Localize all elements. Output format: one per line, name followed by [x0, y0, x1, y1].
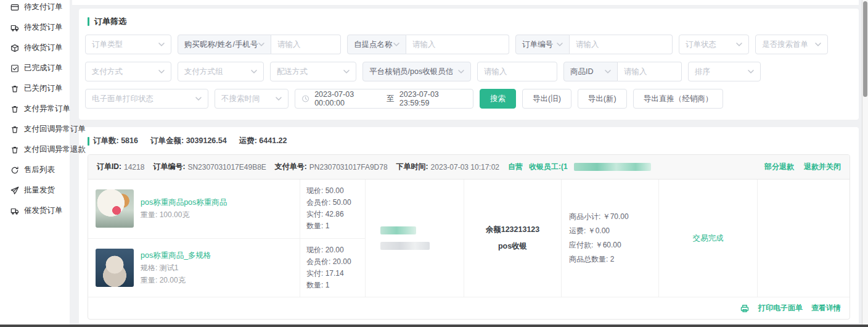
product-id-input[interactable] — [618, 62, 682, 81]
order-status-select[interactable]: 订单状态 — [679, 35, 749, 54]
first-order-select[interactable]: 是否搜索首单 — [755, 35, 828, 54]
order-no-label: 订单编号 — [522, 39, 553, 50]
time-mode-select[interactable]: 不搜索时间 — [215, 89, 289, 109]
sidebar-item-pending-payment[interactable]: 待支付订单 — [0, 0, 70, 17]
order-type-select[interactable]: 订单类型 — [85, 35, 171, 54]
pay-method-label: 支付方式 — [92, 67, 123, 77]
verifier-select[interactable]: 平台核销员/pos收银员信 — [362, 62, 471, 81]
box-icon — [10, 44, 19, 52]
stat-order-count-label: 订单数: — [93, 136, 119, 145]
sort-label: 排序 — [695, 67, 710, 77]
sidebar-item-aftersale[interactable]: 售后列表 — [0, 160, 70, 180]
customer-name-redacted — [380, 226, 416, 234]
sidebar-item-callback-exception-order[interactable]: 支付回调异常订单 — [0, 119, 70, 139]
customer-cell — [366, 180, 464, 297]
product-info: pos称重商品pos称重商品 重量: 100.00克 — [141, 196, 227, 221]
eprint-status-select[interactable]: 电子面单打印状态 — [85, 89, 208, 109]
order-status-label: 订单状态 — [686, 39, 716, 50]
clock-icon — [301, 94, 309, 103]
pickup-search-input[interactable] — [406, 35, 509, 54]
stat-order-amount: 订单金额: 3039126.54 — [150, 136, 227, 146]
order-header: 订单ID: 14218 订单编号: SN2307031017E49B8E 支付单… — [88, 155, 850, 180]
export-direct-button[interactable]: 导出直推（经销商） — [633, 89, 724, 109]
status-cell: 交易完成 — [659, 180, 758, 297]
sort-select[interactable]: 排序 — [688, 62, 761, 81]
order-list-card: 订单数: 5816 订单金额: 3039126.54 运费: 6441.22 订… — [79, 127, 859, 323]
date-separator: 至 — [387, 94, 395, 104]
payment-cell: 余额123213123 pos收银 — [464, 180, 562, 297]
chevron-down-icon — [393, 43, 399, 47]
sidebar-item-label: 批量发货 — [24, 185, 55, 196]
card-icon — [10, 3, 19, 12]
verifier-input[interactable] — [477, 62, 557, 81]
order-time-value: 2023-07-03 10:17:02 — [431, 163, 499, 172]
sidebar-item-pending-receive[interactable]: 待收货订单 — [0, 38, 70, 58]
buyer-search-input[interactable] — [271, 35, 341, 54]
stat-freight-label: 运费: — [239, 136, 257, 145]
pickup-select[interactable]: 自提点名称 — [347, 35, 406, 54]
self-operated-tag: 自营 — [508, 162, 523, 172]
order-sn-value: SN2307031017E49B8E — [187, 163, 266, 172]
stat-order-count-value: 5816 — [121, 136, 138, 145]
sidebar-item-label: 待发货订单 — [24, 22, 63, 33]
chevron-down-icon — [158, 70, 165, 74]
eprint-status-label: 电子面单打印状态 — [92, 94, 154, 104]
order-no-search-group: 订单编号 — [515, 35, 673, 54]
chevron-down-icon — [736, 43, 742, 47]
send-icon — [10, 186, 19, 195]
sidebar-item-label: 待收货订单 — [24, 43, 63, 53]
order-type-label: 订单类型 — [92, 39, 123, 50]
filter-title-text: 订单筛选 — [94, 16, 126, 27]
date-range-picker[interactable]: 2023-07-03 00:00:00 至 2023-07-03 23:59:5… — [295, 89, 473, 109]
time-mode-label: 不搜索时间 — [221, 94, 260, 104]
sidebar-item-label: 支付回调异常订单 — [24, 124, 86, 135]
chevron-down-icon — [258, 43, 264, 47]
cashier-label: 收银员工:(1 — [529, 162, 568, 172]
pay-method-select[interactable]: 支付方式 — [85, 62, 171, 81]
partial-refund-link[interactable]: 部分退款 — [764, 162, 794, 172]
item-qty: 数量: 1 — [306, 279, 365, 291]
sidebar-item-closed[interactable]: 已关闭订单 — [0, 78, 70, 99]
order-footer: 打印电子面单 查看详情 — [88, 297, 850, 319]
export-new-button[interactable]: 导出(新) — [578, 89, 627, 109]
stat-freight-value: 6441.22 — [259, 136, 287, 145]
scrollbar-thumb[interactable] — [863, 1, 867, 97]
sidebar-item-urge-ship[interactable]: 催发货订单 — [0, 201, 70, 221]
product-name-link[interactable]: pos称重商品_多规格 — [141, 249, 211, 262]
product-column: pos称重商品pos称重商品 重量: 100.00克 现价: 50.00 会员价… — [88, 180, 366, 297]
chevron-down-icon — [195, 97, 202, 101]
chevron-down-icon — [251, 70, 257, 74]
order-item-row: pos称重商品pos称重商品 重量: 100.00克 现价: 50.00 会员价… — [88, 180, 365, 239]
sidebar-item-completed[interactable]: 已完成订单 — [0, 58, 70, 78]
order-time-label: 下单时间: — [396, 162, 428, 172]
product-name-link[interactable]: pos称重商品pos称重商品 — [141, 196, 227, 209]
export-old-button[interactable]: 导出(旧) — [522, 89, 571, 109]
verifier-label: 平台核销员/pos收银员信 — [369, 67, 453, 77]
print-eorder-link[interactable]: 打印电子面单 — [758, 303, 803, 313]
payment-method-line1: 余额123213123 — [486, 221, 540, 238]
sidebar-item-callback-exception-refund[interactable]: 支付回调异常退款 — [0, 139, 70, 160]
pay-method-group-select[interactable]: 支付方式组 — [178, 62, 264, 81]
delivery-select[interactable]: 配送方式 — [270, 62, 356, 81]
search-button[interactable]: 搜索 — [480, 89, 516, 109]
order-no-search-input[interactable] — [570, 35, 673, 54]
order-id-value: 14218 — [124, 163, 144, 172]
sidebar-item-pending-ship[interactable]: 待发货订单 — [0, 17, 70, 38]
buyer-field-select[interactable]: 购买昵称/姓名/手机号 — [178, 35, 271, 54]
view-detail-link[interactable]: 查看详情 — [811, 303, 841, 313]
vertical-scrollbar[interactable] — [862, 0, 868, 327]
sidebar-item-batch-ship[interactable]: 批量发货 — [0, 180, 70, 201]
sidebar-item-pay-exception[interactable]: 支付异常订单 — [0, 99, 70, 119]
order-filter-card: 订单筛选 订单类型 购买昵称/姓名/手机号 自提点名称 — [79, 9, 859, 120]
product-image[interactable] — [96, 249, 134, 287]
chevron-down-icon — [815, 43, 821, 47]
refund-close-link[interactable]: 退款并关闭 — [804, 162, 841, 172]
order-no-select[interactable]: 订单编号 — [515, 35, 570, 54]
product-id-select[interactable]: 商品ID — [563, 62, 618, 81]
product-attr: 规格: 测试1 — [141, 262, 211, 274]
chevron-down-icon — [557, 43, 563, 47]
order-stats: 订单数: 5816 订单金额: 3039126.54 运费: 6441.22 — [88, 136, 850, 146]
order-card: 订单ID: 14218 订单编号: SN2307031017E49B8E 支付单… — [88, 154, 850, 320]
sidebar-item-label: 待支付订单 — [24, 2, 63, 12]
product-image[interactable] — [96, 189, 134, 228]
